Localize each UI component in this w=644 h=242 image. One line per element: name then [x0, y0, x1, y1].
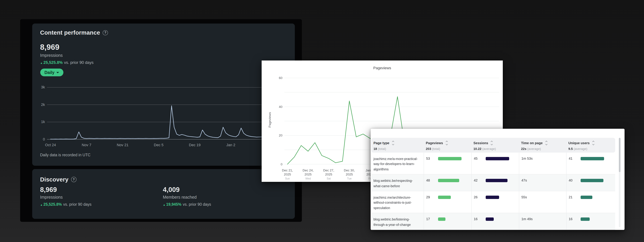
pageviews-cell: 29	[424, 191, 471, 213]
discovery-title: Discovery	[40, 176, 68, 183]
x-tick-label: Oct 24	[40, 143, 60, 147]
column-header-page-type[interactable]: Page type 18 (total)	[371, 138, 424, 153]
up-arrow-icon: ▲	[163, 203, 166, 206]
pageviews-cell-bar	[438, 196, 451, 199]
column-header-unique-users[interactable]: Unique users 9.5 (average)	[566, 138, 615, 153]
up-arrow-icon: ▲	[40, 62, 43, 65]
pageviews-cell: 53	[424, 153, 471, 174]
table-row[interactable]: blog.webtric.be/respecting-what-came-bef…	[371, 174, 615, 191]
time-on-page-cell: 55s	[519, 191, 566, 213]
sort-icon	[445, 140, 448, 146]
sessions-cell: 26	[471, 191, 519, 213]
table-row[interactable]: joachimz.me/architecture-without-constra…	[371, 191, 615, 213]
x-tick-label: Dec 5	[148, 143, 169, 147]
pageviews-cell: 48	[424, 174, 471, 191]
unique-users-cell: 41	[566, 153, 615, 174]
stage: Content performance ? 8,969 Impressions …	[0, 0, 644, 242]
daily-dropdown-button[interactable]: Daily	[40, 69, 64, 76]
impressions-value: 8,969	[40, 43, 59, 52]
page-name[interactable]: joachimz.me/a-more-practical-way-for-dev…	[371, 153, 424, 174]
caret-down-icon	[56, 72, 59, 73]
page-name[interactable]: joachimz.me/architecture-without-constra…	[371, 191, 424, 213]
unique-users-cell: 40	[566, 174, 615, 191]
utc-footnote: Daily data is recorded in UTC	[40, 153, 90, 157]
pageviews-cell-bar	[438, 179, 459, 182]
x-tick-label: Nov 21	[112, 143, 133, 147]
time-on-page-cell: 1m 49s	[519, 213, 566, 230]
y-tick-label: 2k	[32, 102, 45, 106]
sessions-cell: 42	[471, 174, 519, 191]
page-name[interactable]: blog.webtric.be/respecting-what-came-bef…	[371, 174, 424, 191]
sessions-cell-bar	[486, 196, 499, 199]
table-row[interactable]: joachimz.me/a-more-practical-way-for-dev…	[371, 153, 615, 174]
content-performance-title: Content performance	[40, 29, 100, 36]
unique-users-cell-bar	[580, 218, 590, 221]
pageviews-cell: 17	[424, 213, 471, 230]
unique-users-cell-bar	[580, 196, 592, 199]
sessions-cell-bar	[486, 218, 494, 221]
x-tick-label: Dec 24,2025Wed	[299, 168, 318, 181]
y-tick-label: 60	[274, 76, 282, 80]
sort-icon	[392, 140, 394, 146]
sort-icon	[490, 140, 493, 146]
column-header-sessions[interactable]: Sessions 10.22 (average)	[471, 138, 519, 153]
column-header-pageviews[interactable]: Pageviews 203 (total)	[424, 138, 471, 153]
y-tick-label: 0	[274, 162, 282, 166]
sort-icon	[592, 140, 595, 146]
column-header-time-on-page[interactable]: Time on page 22s (average)	[519, 138, 566, 153]
y-tick-label: 3k	[32, 85, 45, 89]
impressions-change: ▲ 25,525.8% vs. prior 90 days	[40, 60, 94, 65]
table-scrollbar-thumb[interactable]	[619, 138, 620, 172]
sessions-cell-bar	[486, 179, 508, 182]
x-tick-label: Nov 7	[76, 143, 96, 147]
impressions-chart: 01k2k3kOct 24Nov 7Nov 21Dec 5Dec 19Jan 2	[47, 83, 294, 146]
sessions-cell-bar	[486, 157, 509, 160]
unique-users-cell: 16	[566, 213, 615, 230]
y-tick-label: 20	[274, 134, 282, 137]
pageviews-chart-title: Pageviews	[262, 66, 503, 70]
table-header: Page type 18 (total) Pageviews 203 (tota…	[371, 138, 615, 153]
y-tick-label: 0	[32, 137, 45, 141]
pageviews-cell-bar	[438, 157, 461, 160]
y-tick-label: 40	[274, 105, 282, 108]
help-icon[interactable]: ?	[71, 177, 76, 182]
discovery-card: Discovery ? 8,969 Impressions ▲ 25,525.8…	[32, 169, 295, 219]
table-body: joachimz.me/a-more-practical-way-for-dev…	[371, 153, 615, 230]
x-tick-label: Dec 21,2025Sun	[278, 168, 297, 181]
table-row[interactable]: blog.webtric.be/listening-through-a-year…	[371, 213, 615, 230]
unique-users-cell-bar	[580, 179, 604, 182]
x-tick-label: Dec 19	[185, 143, 205, 147]
sort-icon	[545, 140, 548, 146]
content-performance-card: Content performance ? 8,969 Impressions …	[32, 24, 295, 166]
help-icon[interactable]: ?	[103, 30, 108, 36]
x-tick-label: Jan 2	[221, 143, 241, 147]
x-tick-label: Dec 30,2025Tue	[340, 168, 359, 181]
time-on-page-cell: 1m 53s	[519, 153, 566, 174]
impressions-chart-svg	[47, 83, 294, 146]
sessions-cell: 16	[471, 213, 519, 230]
sessions-cell: 45	[471, 153, 519, 174]
unique-users-cell: 21	[566, 191, 615, 213]
pageviews-y-axis-label: Pageviews	[268, 103, 272, 137]
y-tick-label: 1k	[32, 120, 45, 124]
page-name[interactable]: blog.webtric.be/listening-through-a-year…	[371, 213, 424, 230]
time-on-page-cell: 47s	[519, 174, 566, 191]
pageviews-cell-bar	[438, 218, 446, 221]
up-arrow-icon: ▲	[40, 203, 43, 206]
pages-table-panel: Page type 18 (total) Pageviews 203 (tota…	[370, 129, 624, 230]
impressions-label: Impressions	[40, 53, 63, 58]
unique-users-cell-bar	[580, 157, 604, 160]
x-tick-label: Dec 27,2025Sat	[319, 168, 338, 181]
